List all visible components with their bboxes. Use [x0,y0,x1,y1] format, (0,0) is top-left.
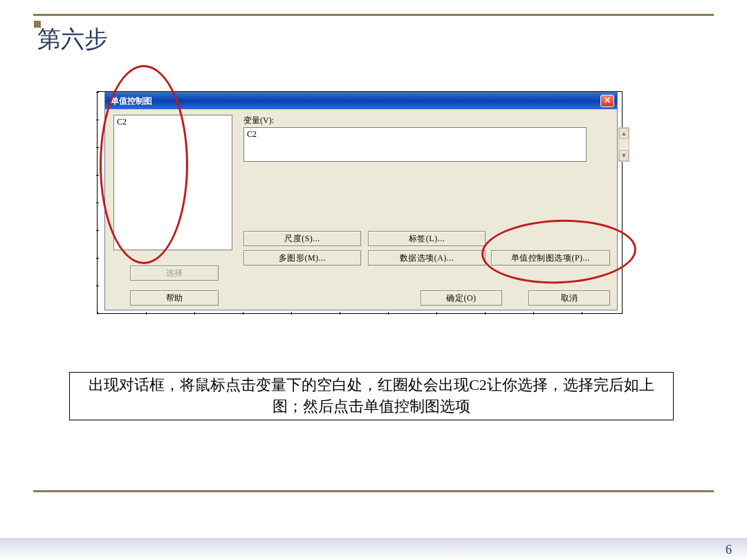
ruler-vertical [96,92,99,313]
scroll-up-icon[interactable]: ▲ [619,128,629,139]
variable-input[interactable]: C2 [243,127,587,162]
caption-text: 出现对话框，将鼠标点击变量下的空白处，红圈处会出现C2让你选择，选择完后如上图；… [78,375,665,418]
page-number: 6 [726,543,732,557]
scroll-track[interactable] [619,139,629,150]
variable-label: 变量(V): [243,115,274,127]
top-rule [33,14,714,16]
footer-shadow: 6 [0,538,747,560]
dialog-titlebar[interactable]: 单值控制图 ✕ [105,93,617,109]
scroll-down-icon[interactable]: ▼ [619,150,629,161]
data-options-button[interactable]: 数据选项(A)... [368,250,486,265]
select-button: 选择 [130,265,219,281]
ok-button[interactable]: 确定(O) [421,290,502,306]
caption-box: 出现对话框，将鼠标点击变量下的空白处，红圈处会出现C2让你选择，选择完后如上图；… [69,372,674,420]
screenshot-frame: 单值控制图 ✕ C2 变量(V): C2 ▲ ▼ 尺度(S)... 标签(L).… [97,91,622,314]
cancel-button[interactable]: 取消 [528,290,610,306]
slide-title: 第六步 [37,24,108,55]
dialog-body: C2 变量(V): C2 ▲ ▼ 尺度(S)... 标签(L)... 多图形(M… [105,109,617,310]
close-icon[interactable]: ✕ [600,95,614,107]
label-button[interactable]: 标签(L)... [368,231,486,246]
variable-scrollbar[interactable]: ▲ ▼ [618,127,629,162]
help-button[interactable]: 帮助 [130,290,219,306]
scale-button[interactable]: 尺度(S)... [243,231,361,246]
dialog-title-text: 单值控制图 [108,95,600,107]
column-listbox[interactable]: C2 [113,115,232,250]
multi-chart-button[interactable]: 多图形(M)... [243,250,361,265]
chart-options-button[interactable]: 单值控制图选项(P)... [491,250,610,265]
dialog-individual-control-chart: 单值控制图 ✕ C2 变量(V): C2 ▲ ▼ 尺度(S)... 标签(L).… [104,92,618,310]
bottom-rule [33,490,714,492]
ruler-horizontal [98,312,622,315]
